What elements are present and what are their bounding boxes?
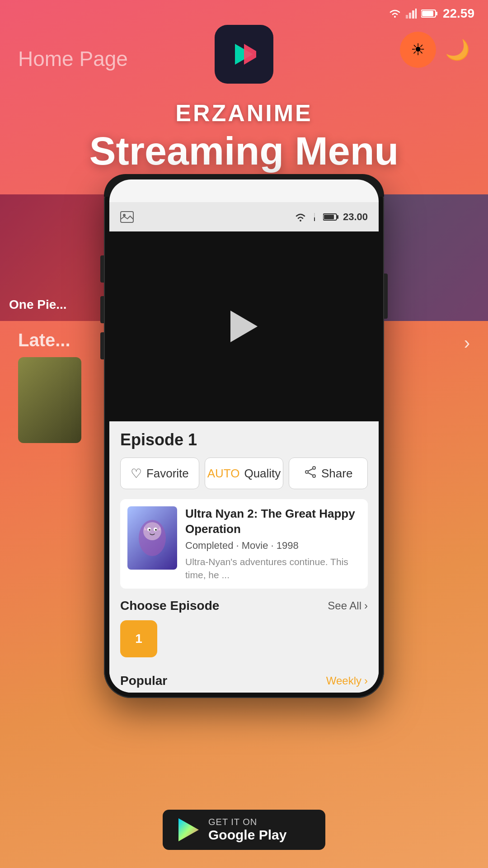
choose-episode-label: Choose Episode <box>120 599 219 613</box>
bg-header-right[interactable]: ☀ 🌙 <box>400 32 470 68</box>
see-all-button[interactable]: See All › <box>328 599 368 612</box>
google-play-button[interactable]: GET IT ON Google Play <box>163 810 325 850</box>
share-button[interactable]: Share <box>289 458 368 489</box>
phone-mockup: 23.00 Episode 1 ♡ Favorite <box>104 174 384 698</box>
bg-status-bar: 22.59 <box>0 0 488 27</box>
phone-status-time: 23.00 <box>343 211 368 223</box>
google-play-banner[interactable]: GET IT ON Google Play <box>163 810 325 850</box>
gp-text: GET IT ON Google Play <box>208 817 286 843</box>
app-content-area: Episode 1 ♡ Favorite AUTO Quality <box>109 421 379 666</box>
bg-status-time: 22.59 <box>443 6 474 21</box>
bg-home-text: Home Page <box>18 47 128 71</box>
svg-point-27 <box>149 529 150 531</box>
phone-signal-icon <box>310 212 319 222</box>
video-player[interactable] <box>109 231 379 421</box>
bg-card-1-text: One Pie... <box>9 297 67 312</box>
share-label: Share <box>321 467 352 481</box>
phone-status-image-icon <box>120 211 134 223</box>
gp-store-label: Google Play <box>208 827 286 843</box>
svg-point-20 <box>305 471 308 473</box>
gp-get-it-label: GET IT ON <box>208 817 286 827</box>
svg-marker-29 <box>178 818 199 841</box>
brand-name: ERZANIME <box>0 99 488 127</box>
bg-latest-label: Late... <box>18 330 70 350</box>
phone-wifi-icon <box>295 212 306 222</box>
anime-meta: Completed · Movie · 1998 <box>185 540 361 552</box>
bg-thumb-1 <box>18 357 81 443</box>
svg-rect-4 <box>415 9 417 19</box>
battery-icon <box>421 9 438 18</box>
choose-episode-header: Choose Episode See All › <box>120 599 368 613</box>
episode-buttons: 1 <box>120 620 368 657</box>
svg-rect-1 <box>406 15 408 19</box>
svg-point-19 <box>313 475 315 477</box>
chevron-right-icon: › <box>364 599 368 612</box>
phone-status-right: 23.00 <box>295 211 368 223</box>
svg-rect-17 <box>324 215 334 219</box>
heart-icon: ♡ <box>131 466 142 481</box>
bg-thumbs <box>18 357 81 443</box>
play-button[interactable] <box>228 311 260 342</box>
svg-point-0 <box>394 16 396 18</box>
phone-status-bar: 23.00 <box>109 202 379 231</box>
wifi-icon <box>389 9 401 19</box>
favorite-label: Favorite <box>146 467 189 481</box>
anime-thumbnail <box>127 506 177 570</box>
svg-line-22 <box>308 473 313 475</box>
phone-outer: 23.00 Episode 1 ♡ Favorite <box>104 174 384 698</box>
sun-icon: ☀ <box>411 40 425 59</box>
svg-rect-3 <box>412 10 414 19</box>
phone-screen: 23.00 Episode 1 ♡ Favorite <box>109 179 379 693</box>
svg-line-21 <box>308 469 313 471</box>
brand-subtitle: Streaming Menu <box>0 131 488 171</box>
svg-rect-2 <box>409 13 411 19</box>
popular-section: Popular Weekly › <box>109 666 379 693</box>
bg-status-icons <box>389 9 438 19</box>
share-icon <box>304 466 317 481</box>
anime-desc: Ultra-Nyan's adventures continue. This t… <box>185 555 361 582</box>
moon-icon: 🌙 <box>445 38 470 61</box>
signal-icon <box>406 9 417 19</box>
bg-latest-chevron[interactable]: › <box>464 333 470 353</box>
svg-rect-7 <box>422 11 433 16</box>
anime-details: Ultra Nyan 2: The Great Happy Operation … <box>185 506 361 581</box>
svg-point-24 <box>143 522 161 540</box>
auto-quality-prefix: AUTO <box>207 467 240 481</box>
quality-label: Quality <box>244 467 281 481</box>
bg-brand: ERZANIME Streaming Menu <box>0 99 488 171</box>
svg-point-12 <box>300 220 301 222</box>
svg-rect-16 <box>337 215 338 219</box>
weekly-chevron-icon: › <box>364 675 368 687</box>
quality-button[interactable]: AUTO Quality <box>205 458 284 489</box>
see-all-text: See All <box>328 599 361 612</box>
sun-button[interactable]: ☀ <box>400 32 436 68</box>
anime-info-card[interactable]: Ultra Nyan 2: The Great Happy Operation … <box>120 499 368 589</box>
play-triangle-icon <box>230 311 258 342</box>
popular-label: Popular <box>120 674 167 688</box>
svg-rect-6 <box>436 12 437 15</box>
svg-point-28 <box>155 529 157 531</box>
weekly-filter[interactable]: Weekly › <box>326 675 368 687</box>
moon-button[interactable]: 🌙 <box>445 38 470 61</box>
favorite-button[interactable]: ♡ Favorite <box>120 458 199 489</box>
phone-battery-icon <box>323 213 339 221</box>
phone-status-left <box>120 211 134 223</box>
anime-title: Ultra Nyan 2: The Great Happy Operation <box>185 506 361 537</box>
episode-title: Episode 1 <box>120 430 368 449</box>
action-buttons: ♡ Favorite AUTO Quality <box>120 458 368 489</box>
svg-point-18 <box>313 467 315 469</box>
anime-thumb-inner <box>127 506 177 570</box>
weekly-text: Weekly <box>326 675 361 687</box>
google-play-logo <box>176 817 201 842</box>
episode-number-1: 1 <box>135 632 142 646</box>
episode-button-1[interactable]: 1 <box>120 620 157 657</box>
